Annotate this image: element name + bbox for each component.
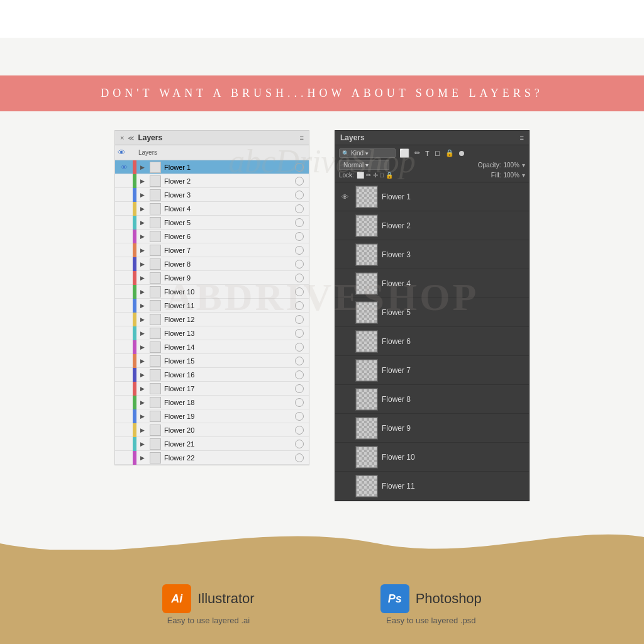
ai-layer-expand-icon[interactable]: ▶ bbox=[136, 455, 148, 461]
ai-layer-circle-icon[interactable] bbox=[295, 440, 304, 448]
ai-layer-expand-icon[interactable]: ▶ bbox=[136, 289, 148, 295]
ps-fill-value[interactable]: 100% bbox=[503, 172, 519, 179]
ai-layer-row[interactable]: ▶Flower 21 bbox=[115, 437, 309, 451]
ai-layer-circle-icon[interactable] bbox=[295, 287, 304, 296]
ai-layer-expand-icon[interactable]: ▶ bbox=[136, 372, 148, 378]
ps-layer-row[interactable]: 👁Flower 1 bbox=[335, 182, 529, 211]
ai-layer-expand-icon[interactable]: ▶ bbox=[136, 386, 148, 392]
ai-layer-expand-icon[interactable]: ▶ bbox=[136, 275, 148, 281]
ai-layer-expand-icon[interactable]: ▶ bbox=[136, 399, 148, 406]
ai-layer-row[interactable]: ▶Flower 3 bbox=[115, 188, 309, 202]
ai-close-button[interactable]: × bbox=[120, 134, 124, 142]
ai-layer-expand-icon[interactable]: ▶ bbox=[136, 427, 148, 433]
ai-collapse-button[interactable]: ≪ bbox=[128, 135, 134, 142]
ai-layer-circle-icon[interactable] bbox=[295, 453, 304, 462]
ai-layer-row[interactable]: ▶Flower 14 bbox=[115, 340, 309, 354]
ai-layer-expand-icon[interactable]: ▶ bbox=[136, 206, 148, 212]
ps-lock-all-icon[interactable]: 🔒 bbox=[386, 172, 393, 179]
ai-layer-circle-icon[interactable] bbox=[295, 191, 304, 199]
ai-layer-expand-icon[interactable]: ▶ bbox=[136, 330, 148, 336]
ai-layer-row[interactable]: ▶Flower 19 bbox=[115, 409, 309, 423]
ps-layer-row[interactable]: Flower 5 bbox=[335, 298, 529, 327]
ps-blend-mode-select[interactable]: Normal ▾ bbox=[339, 160, 389, 170]
ai-layer-row[interactable]: ▶Flower 12 bbox=[115, 313, 309, 326]
ps-lock-transparent-icon[interactable]: ⬜ bbox=[357, 172, 364, 179]
ai-layer-circle-icon[interactable] bbox=[295, 204, 304, 213]
ps-filter-dot-icon[interactable] bbox=[459, 151, 464, 156]
ai-layer-expand-icon[interactable]: ▶ bbox=[136, 441, 148, 447]
ps-layer-row[interactable]: Flower 11 bbox=[335, 472, 529, 501]
ps-layer-row[interactable]: Flower 10 bbox=[335, 443, 529, 472]
ps-filter-type-icon[interactable]: T bbox=[425, 150, 430, 157]
ai-layer-expand-icon[interactable]: ▶ bbox=[136, 219, 148, 226]
ai-layer-expand-icon[interactable]: ▶ bbox=[136, 261, 148, 267]
ai-layer-expand-icon[interactable]: ▶ bbox=[136, 358, 148, 364]
ai-layer-expand-icon[interactable]: ▶ bbox=[136, 413, 148, 419]
ps-layer-eye-icon[interactable]: 👁 bbox=[338, 193, 352, 201]
ps-panel-menu-icon[interactable]: ≡ bbox=[520, 134, 524, 142]
ai-layer-expand-icon[interactable]: ▶ bbox=[136, 178, 148, 184]
ai-layer-row[interactable]: ▶Flower 4 bbox=[115, 202, 309, 216]
ai-layer-row[interactable]: ▶Flower 16 bbox=[115, 368, 309, 382]
ai-layer-expand-icon[interactable]: ▶ bbox=[136, 316, 148, 323]
ai-layer-circle-icon[interactable] bbox=[295, 426, 304, 435]
ai-layer-row[interactable]: 👁▶Flower 1 bbox=[115, 160, 309, 174]
ai-layer-circle-icon[interactable] bbox=[295, 343, 304, 352]
ps-layer-row[interactable]: Flower 4 bbox=[335, 269, 529, 298]
ps-layer-row[interactable]: Flower 6 bbox=[335, 327, 529, 356]
ps-opacity-chevron[interactable]: ▾ bbox=[522, 162, 525, 169]
ai-layer-circle-icon[interactable] bbox=[295, 398, 304, 407]
ai-layer-eye-icon[interactable]: 👁 bbox=[115, 164, 133, 171]
ai-layer-circle-icon[interactable] bbox=[295, 260, 304, 269]
ai-layer-row[interactable]: ▶Flower 18 bbox=[115, 396, 309, 409]
ai-layer-circle-icon[interactable] bbox=[295, 246, 304, 255]
ai-layer-circle-icon[interactable] bbox=[295, 329, 304, 338]
ps-layer-row[interactable]: Flower 7 bbox=[335, 356, 529, 385]
ai-layer-row[interactable]: ▶Flower 20 bbox=[115, 423, 309, 437]
ai-layer-row[interactable]: ▶Flower 6 bbox=[115, 230, 309, 243]
ai-layer-row[interactable]: ▶Flower 13 bbox=[115, 326, 309, 340]
ai-layer-circle-icon[interactable] bbox=[295, 370, 304, 379]
ai-panel-menu-icon[interactable]: ≡ bbox=[300, 134, 304, 142]
ai-layer-circle-icon[interactable] bbox=[295, 177, 304, 186]
ai-layer-circle-icon[interactable] bbox=[295, 384, 304, 393]
ai-layer-expand-icon[interactable]: ▶ bbox=[136, 303, 148, 309]
ai-layer-row[interactable]: ▶Flower 17 bbox=[115, 382, 309, 396]
ai-layer-expand-icon[interactable]: ▶ bbox=[136, 192, 148, 198]
ai-layer-row[interactable]: ▶Flower 8 bbox=[115, 257, 309, 271]
ai-layer-row[interactable]: ▶Flower 11 bbox=[115, 299, 309, 313]
ai-layer-expand-icon[interactable]: ▶ bbox=[136, 164, 148, 170]
ps-lock-artboard-icon[interactable]: □ bbox=[380, 172, 384, 179]
ai-layer-row[interactable]: ▶Flower 22 bbox=[115, 451, 309, 465]
ai-layer-circle-icon[interactable] bbox=[295, 218, 304, 227]
ai-layer-row[interactable]: ▶Flower 5 bbox=[115, 216, 309, 230]
ai-layer-row[interactable]: ▶Flower 15 bbox=[115, 354, 309, 368]
ps-kind-chevron[interactable]: ▾ bbox=[365, 150, 369, 157]
ai-layer-row[interactable]: ▶Flower 2 bbox=[115, 174, 309, 188]
ps-filter-shape-icon[interactable]: ◻ bbox=[435, 149, 440, 157]
ai-eye-header-icon[interactable]: 👁 bbox=[118, 148, 126, 157]
ai-layer-circle-icon[interactable] bbox=[295, 301, 304, 310]
ps-fill-chevron[interactable]: ▾ bbox=[522, 172, 525, 179]
ps-filter-pixel-icon[interactable]: ⬜ bbox=[399, 148, 409, 158]
ps-layer-row[interactable]: Flower 2 bbox=[335, 211, 529, 240]
ps-lock-move-icon[interactable]: ✛ bbox=[373, 172, 378, 179]
ps-layer-row[interactable]: Flower 8 bbox=[335, 385, 529, 414]
ai-layer-row[interactable]: ▶Flower 9 bbox=[115, 271, 309, 285]
ps-filter-smartobj-icon[interactable]: 🔒 bbox=[445, 149, 454, 157]
ai-layer-circle-icon[interactable] bbox=[295, 232, 304, 241]
ai-layer-expand-icon[interactable]: ▶ bbox=[136, 247, 148, 253]
ps-filter-adjust-icon[interactable]: ✏ bbox=[414, 149, 420, 157]
ai-layer-circle-icon[interactable] bbox=[295, 412, 304, 421]
ai-layer-expand-icon[interactable]: ▶ bbox=[136, 233, 148, 240]
ps-layer-row[interactable]: Flower 9 bbox=[335, 414, 529, 443]
ai-layer-circle-icon[interactable] bbox=[295, 274, 304, 282]
ai-layer-circle-icon[interactable] bbox=[295, 357, 304, 365]
ai-layer-expand-icon[interactable]: ▶ bbox=[136, 344, 148, 350]
ai-layer-row[interactable]: ▶Flower 10 bbox=[115, 285, 309, 299]
ps-opacity-value[interactable]: 100% bbox=[503, 162, 519, 169]
ps-lock-paint-icon[interactable]: ✏ bbox=[366, 172, 371, 179]
ai-layer-row[interactable]: ▶Flower 7 bbox=[115, 243, 309, 257]
ai-layer-circle-icon[interactable] bbox=[295, 315, 304, 324]
ai-layer-circle-icon[interactable] bbox=[295, 163, 304, 172]
